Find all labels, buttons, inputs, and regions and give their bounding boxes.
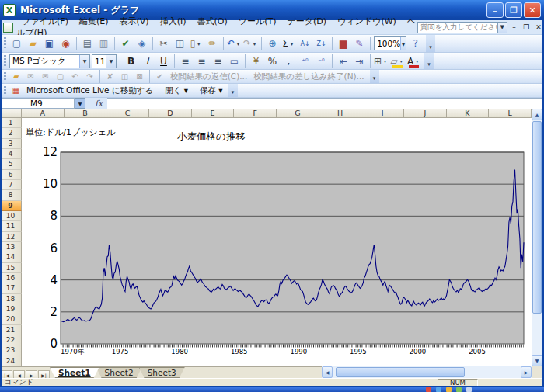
row-header-9[interactable]: 9	[0, 201, 22, 211]
permission-icon[interactable]: ◉	[58, 36, 73, 50]
print-preview-icon[interactable]: ▥	[96, 36, 111, 50]
office-live-go-label[interactable]: Microsoft Office Live に移動する	[23, 85, 156, 96]
office-live-save-button[interactable]: 保存 ▾	[197, 85, 226, 96]
row-header-5[interactable]: 5	[0, 159, 22, 169]
autosum-icon[interactable]: Σ▾	[281, 36, 296, 50]
underline-icon[interactable]: U	[156, 54, 171, 68]
sheet-tab-sheet2[interactable]: Sheet2	[96, 367, 142, 378]
row-header-10[interactable]: 10	[0, 211, 22, 221]
sort-descending-icon[interactable]: Z↓	[314, 36, 329, 50]
bold-icon[interactable]: B	[124, 54, 138, 68]
open-folder-icon[interactable]: ▰	[26, 36, 40, 50]
font-size-combo-dropdown-icon[interactable]: ▼	[106, 55, 116, 68]
recall-icon[interactable]: ▢	[54, 71, 67, 82]
vertical-scrollbar[interactable]: ▲ ▼	[532, 109, 542, 366]
chart-wizard-icon[interactable]: ▆	[336, 36, 350, 50]
tray-icon-3[interactable]	[456, 387, 462, 392]
insert-function-icon[interactable]: fx	[95, 99, 103, 109]
help-question-input[interactable]: 質問を入力してください	[417, 22, 498, 33]
column-header-E[interactable]: E	[192, 109, 235, 118]
toolbar-options-formatting[interactable]: ▾	[424, 53, 434, 69]
name-box[interactable]: M9	[0, 98, 75, 109]
row-header-16[interactable]: 16	[0, 273, 22, 283]
increase-decimal-icon[interactable]: ⁺⁰	[298, 54, 312, 68]
protect-sheet-icon[interactable]: ⊠	[133, 71, 146, 82]
scroll-left-icon[interactable]: ◀	[322, 366, 333, 378]
row-header-3[interactable]: 3	[0, 139, 22, 149]
align-right-icon[interactable]: ≡	[211, 54, 225, 68]
row-header-20[interactable]: 20	[0, 314, 22, 324]
horizontal-scroll-thumb[interactable]	[336, 367, 465, 377]
row-header-14[interactable]: 14	[0, 252, 22, 262]
align-center-icon[interactable]: ≡	[194, 54, 209, 68]
comma-style-icon[interactable]: ,	[281, 54, 296, 68]
font-name-combo[interactable]: MS Pゴシック▼	[9, 54, 90, 68]
column-header-B[interactable]: B	[65, 109, 107, 118]
font-size-combo[interactable]: 11▼	[92, 54, 117, 68]
font-name-combo-dropdown-icon[interactable]: ▼	[79, 55, 89, 68]
end-review-label[interactable]: 校閲結果の差し込み終了(N)...	[250, 71, 367, 82]
increase-indent-icon[interactable]: ⇥	[352, 54, 367, 68]
horizontal-scrollbar[interactable]: ◀ ▶	[322, 366, 532, 378]
sheet-tab-sheet3[interactable]: Sheet3	[139, 367, 185, 378]
scroll-down-icon[interactable]: ▼	[532, 355, 542, 366]
hyperlink-icon[interactable]: ⊕	[265, 36, 280, 50]
scroll-right-icon[interactable]: ▶	[521, 366, 532, 378]
decrease-decimal-icon[interactable]: ⁻⁰	[314, 54, 329, 68]
show-comment-icon[interactable]: ◫	[118, 71, 131, 82]
menu-edit[interactable]: 編集(E)	[74, 15, 114, 28]
column-header-C[interactable]: C	[106, 109, 149, 118]
column-header-I[interactable]: I	[361, 109, 404, 118]
toolbar-options-live[interactable]: ▾	[228, 84, 238, 97]
row-header-6[interactable]: 6	[0, 170, 22, 180]
currency-style-icon[interactable]: ¥	[249, 54, 263, 68]
scroll-up-icon[interactable]: ▲	[532, 109, 542, 120]
row-header-19[interactable]: 19	[0, 304, 22, 314]
toolbar-options-reviewing[interactable]: ▾	[370, 70, 379, 83]
column-header-A[interactable]: A	[22, 109, 65, 118]
column-header-L[interactable]: L	[489, 109, 532, 118]
research-icon[interactable]: ◈	[134, 36, 149, 50]
reply-with-changes-icon[interactable]: ✔	[153, 71, 166, 82]
row-header-7[interactable]: 7	[0, 180, 22, 190]
delete-comment-icon[interactable]: ✘	[103, 71, 117, 82]
menu-data[interactable]: データ(D)	[282, 15, 333, 28]
help-icon[interactable]: ?	[408, 36, 423, 50]
vertical-scroll-thumb[interactable]	[532, 121, 542, 314]
menu-tools[interactable]: ツール(T)	[233, 15, 282, 28]
column-header-H[interactable]: H	[319, 109, 362, 118]
undo-icon[interactable]: ↶▾	[227, 36, 242, 50]
workbook-restore-button[interactable]: ❐	[521, 22, 532, 33]
previous-comment-icon[interactable]: ↶	[68, 71, 82, 82]
formula-input[interactable]	[107, 98, 542, 109]
row-header-1[interactable]: 1	[0, 118, 22, 128]
row-header-2[interactable]: 2	[0, 128, 22, 138]
wheat-price-chart[interactable]: 1210864201970年19751980198519901995200020…	[44, 121, 528, 363]
redo-icon[interactable]: ↷▾	[243, 36, 258, 50]
toolbar-options-standard[interactable]: ▾	[426, 35, 435, 52]
percent-style-icon[interactable]: %	[265, 54, 280, 68]
maximize-button[interactable]: ❐	[505, 2, 522, 18]
sort-ascending-icon[interactable]: A↓	[298, 36, 312, 50]
align-left-icon[interactable]: ≡	[178, 54, 193, 68]
minimize-button[interactable]: –	[486, 2, 504, 18]
paste-icon[interactable]: ▯▾	[189, 36, 204, 50]
format-painter-icon[interactable]: ✏	[205, 36, 220, 50]
print-icon[interactable]: ▤	[80, 36, 95, 50]
reply-with-changes-label[interactable]: 校閲結果の返信(C)...	[167, 71, 250, 82]
tray-icon-2[interactable]	[446, 387, 452, 392]
row-header-15[interactable]: 15	[0, 263, 22, 273]
row-header-12[interactable]: 12	[0, 232, 22, 242]
close-button[interactable]: ✕	[524, 2, 541, 18]
chart-title[interactable]: 小麦価格の推移	[177, 130, 246, 142]
row-header-4[interactable]: 4	[0, 149, 22, 159]
new-document-icon[interactable]: ▢	[9, 36, 24, 50]
row-header-22[interactable]: 22	[0, 335, 22, 345]
decrease-indent-icon[interactable]: ⇤	[336, 54, 350, 68]
column-header-G[interactable]: G	[277, 109, 319, 118]
open-review-file-icon[interactable]: ▰	[9, 71, 23, 82]
row-header-21[interactable]: 21	[0, 325, 22, 335]
send-mail-icon[interactable]: ✉	[24, 71, 37, 82]
menu-insert[interactable]: 挿入(I)	[155, 15, 192, 28]
menu-view[interactable]: 表示(V)	[114, 15, 155, 28]
